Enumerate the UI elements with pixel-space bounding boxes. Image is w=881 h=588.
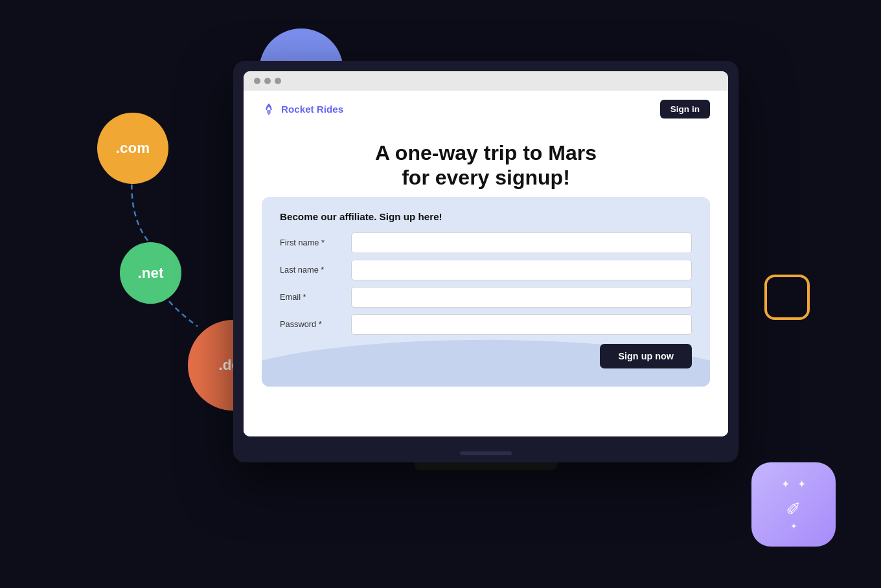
bubble-com: .com xyxy=(97,113,168,184)
bubble-net-label: .net xyxy=(138,265,164,282)
deco-square xyxy=(764,275,810,320)
last-name-label: Last name * xyxy=(280,265,351,275)
star-icon-right: ✦ xyxy=(797,478,806,490)
wand-icon: ✏ xyxy=(780,494,807,521)
first-name-input[interactable] xyxy=(351,232,692,253)
laptop-mockup: Rocket Rides Sign in A one-way trip to M… xyxy=(233,61,738,462)
signup-button[interactable]: Sign up now xyxy=(600,344,692,368)
browser-dot-2 xyxy=(264,78,271,84)
email-label: Email * xyxy=(280,292,351,302)
rocket-icon xyxy=(262,102,276,117)
form-section: Become our affiliate. Sign up here! Firs… xyxy=(244,197,728,436)
laptop-bottom-bar xyxy=(233,444,738,462)
star-icon-bottom: ✦ xyxy=(790,521,797,531)
navbar: Rocket Rides Sign in xyxy=(244,91,728,128)
password-input[interactable] xyxy=(351,314,692,335)
svg-point-0 xyxy=(268,107,270,110)
browser-dot-3 xyxy=(275,78,281,84)
bubble-com-label: .com xyxy=(116,140,150,157)
page-content: Rocket Rides Sign in A one-way trip to M… xyxy=(244,91,728,436)
last-name-input[interactable] xyxy=(351,260,692,280)
star-icon-left: ✦ xyxy=(781,478,790,490)
form-card-title: Become our affiliate. Sign up here! xyxy=(280,211,692,222)
signin-button[interactable]: Sign in xyxy=(660,100,710,119)
form-card: Become our affiliate. Sign up here! Firs… xyxy=(262,197,710,387)
hero-title-line1: A one-way trip to Mars xyxy=(375,141,597,164)
laptop-foot xyxy=(415,462,557,470)
email-row: Email * xyxy=(280,287,692,308)
laptop-notch xyxy=(460,451,512,455)
scene: .me .com .net .dev xyxy=(84,28,797,560)
hero-section: A one-way trip to Mars for every signup! xyxy=(244,128,728,197)
hero-title-line2: for every signup! xyxy=(402,166,570,189)
password-label: Password * xyxy=(280,319,351,329)
email-input[interactable] xyxy=(351,287,692,308)
deco-magic-box: ✦ ✦ ✏ ✦ xyxy=(751,462,836,547)
first-name-label: First name * xyxy=(280,238,351,247)
browser-screen: Rocket Rides Sign in A one-way trip to M… xyxy=(244,71,728,436)
first-name-row: First name * xyxy=(280,232,692,253)
nav-brand: Rocket Rides xyxy=(262,102,343,117)
last-name-row: Last name * xyxy=(280,260,692,280)
brand-name: Rocket Rides xyxy=(281,104,343,115)
browser-chrome xyxy=(244,71,728,91)
browser-dot-1 xyxy=(254,78,260,84)
signup-btn-row: Sign up now xyxy=(280,344,692,368)
password-row: Password * xyxy=(280,314,692,335)
hero-title: A one-way trip to Mars for every signup! xyxy=(269,141,702,190)
bubble-net: .net xyxy=(120,242,181,304)
magic-stars-row: ✦ ✦ xyxy=(781,478,806,490)
